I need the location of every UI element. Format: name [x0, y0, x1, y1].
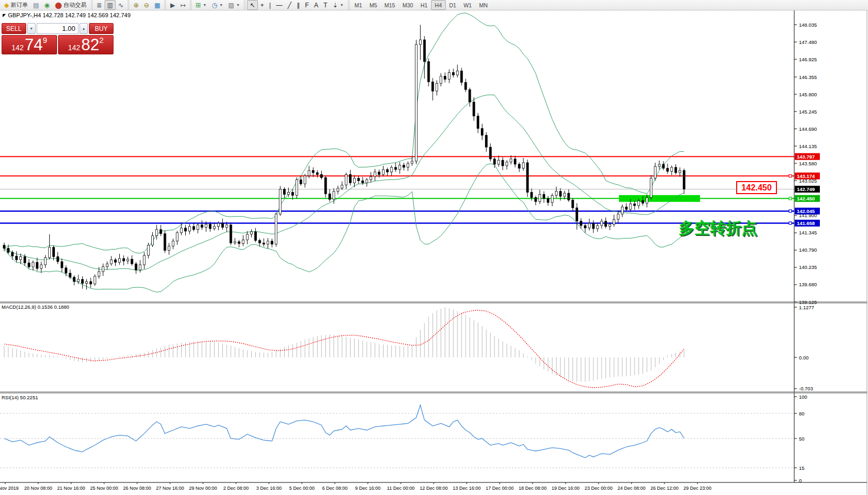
tf-w1[interactable]: W1 [460, 0, 476, 10]
price-label-box[interactable]: 142.450 [737, 182, 776, 194]
new-order-button[interactable]: ◆新订单 [2, 0, 30, 10]
fibonacci-button[interactable]: F [302, 0, 311, 10]
price-axis[interactable]: 148.035147.480146.925146.355145.800145.2… [789, 10, 868, 495]
chevron-down-icon: ▼ [219, 3, 223, 7]
auto-trading-button-label: 自动交易 [64, 1, 87, 9]
time-tick-label: 26 Nov 08:00 [123, 486, 151, 491]
tf-m1[interactable]: M1 [351, 0, 366, 10]
price-tick-label: 144.135 [799, 143, 817, 149]
candlestick-chart-button[interactable]: ▥ [105, 0, 116, 10]
candle-body [16, 256, 18, 260]
tf-m30-label: M30 [402, 2, 413, 8]
candle-body [86, 282, 88, 284]
buy-price-button[interactable]: 142 82 2 [58, 35, 114, 54]
data-window-button[interactable]: ◉ [42, 0, 52, 10]
time-tick-label: 20 Nov 08:00 [24, 486, 52, 491]
vertical-line-button[interactable]: | [267, 0, 274, 10]
time-tick-label: 26 Dec 12:00 [650, 486, 679, 491]
buy-price-integer: 142 [68, 42, 80, 53]
candle-body [312, 171, 314, 173]
horizontal-line-button[interactable]: — [274, 0, 285, 10]
chart-shift-button[interactable]: ↦ [178, 0, 188, 10]
svg-text:142.749: 142.749 [797, 186, 815, 192]
periods-button[interactable]: ◷▼ [209, 0, 226, 10]
chart-canvas[interactable]: 多空转折点多空转折点142.450148.035147.480146.92514… [0, 10, 868, 495]
time-tick-label: 5 Dec 00:00 [289, 486, 315, 491]
auto-trading-button[interactable]: ⬤自动交易 [52, 0, 89, 10]
tf-h1[interactable]: H1 [417, 0, 431, 10]
candle-body [621, 207, 623, 214]
data-window-icon: ◉ [44, 2, 50, 8]
candle-body [230, 225, 232, 243]
volume-decrease-button[interactable]: ▼ [27, 23, 36, 34]
time-tick-label: 25 Nov 00:00 [90, 486, 118, 491]
print-button[interactable]: ▤ [30, 0, 41, 10]
candle-body [440, 76, 442, 84]
crosshair-button[interactable]: + [258, 0, 267, 10]
vertical-line-icon: | [269, 2, 271, 8]
sell-button[interactable]: SELL [2, 23, 26, 34]
price-tick-label: 140.790 [799, 247, 817, 253]
candle-body [32, 262, 34, 267]
time-tick-label: 6 Dec 08:00 [322, 486, 348, 491]
text-label-icon: T [323, 2, 327, 8]
zoom-in-button[interactable]: ⊕ [131, 0, 141, 10]
rsi-tick-label: 50 [799, 436, 805, 442]
tf-d1[interactable]: D1 [446, 0, 460, 10]
candle-body [605, 221, 607, 227]
trendline-button[interactable]: ╱ [285, 0, 294, 10]
arrows-button[interactable]: ⇣▼ [330, 0, 346, 10]
candle-body [485, 136, 487, 148]
candle-body [188, 227, 190, 231]
volume-input[interactable]: 1.00 [37, 23, 78, 34]
indicators-button[interactable]: ⊞▼ [193, 0, 209, 10]
sell-price-button[interactable]: 142 74 9 [2, 35, 57, 54]
candle-body [251, 232, 253, 234]
tf-m15[interactable]: M15 [381, 0, 399, 10]
toolbar-group-timeframes: M1M5M15M30H1H4D1W1MN [348, 0, 493, 10]
candle-body [634, 204, 636, 206]
candle-body [49, 248, 51, 258]
toolbar-group-drawing: ↖+|—╱∥FAT⇣▼ [244, 0, 347, 10]
templates-button[interactable]: ▧▼ [226, 0, 242, 10]
candle-body [559, 192, 561, 197]
candle-body [465, 83, 467, 90]
cursor-button[interactable]: ↖ [247, 0, 257, 10]
candle-body [221, 223, 223, 228]
tile-windows-button[interactable]: ▦ [152, 0, 163, 10]
zoom-out-button[interactable]: ⊖ [141, 0, 152, 10]
candle-body [131, 259, 133, 264]
candle-body [300, 180, 302, 184]
candle-body [481, 129, 483, 136]
tf-m30[interactable]: M30 [399, 0, 416, 10]
toolbar-group-chart-type: ≣▥∿ [91, 0, 128, 10]
candle-body [164, 233, 166, 250]
text-button[interactable]: A [311, 0, 321, 10]
candle-body [193, 227, 195, 230]
time-tick-label: 18 Dec 08:00 [518, 486, 547, 491]
equidistant-channel-button[interactable]: ∥ [294, 0, 302, 10]
text-label-button[interactable]: T [321, 0, 330, 10]
candle-body [61, 262, 63, 268]
candle-body [36, 262, 38, 268]
time-tick-label: 21 Nov 16:00 [57, 486, 85, 491]
candle-body [82, 279, 84, 284]
chart-background[interactable] [0, 10, 868, 495]
candle-body [168, 246, 170, 250]
candle-body [143, 255, 145, 265]
zoom-out-icon: ⊖ [144, 2, 149, 8]
tf-m5[interactable]: M5 [366, 0, 381, 10]
tf-h4[interactable]: H4 [431, 0, 445, 10]
support-highlight-bar[interactable] [619, 195, 700, 202]
candle-body [617, 214, 619, 219]
tf-mn[interactable]: MN [476, 0, 491, 10]
auto-scroll-button[interactable]: ▶ [167, 0, 177, 10]
candle-body [160, 230, 162, 234]
line-chart-button[interactable]: ∿ [116, 0, 126, 10]
candle-body [394, 167, 397, 170]
buy-button[interactable]: BUY [89, 23, 114, 34]
bar-chart-button[interactable]: ≣ [94, 0, 105, 10]
volume-increase-button[interactable]: ▲ [80, 23, 88, 34]
candle-body [407, 163, 409, 167]
mt4-terminal-window: { "toolbar": { "groups": [ {"name":"trad… [0, 0, 868, 495]
